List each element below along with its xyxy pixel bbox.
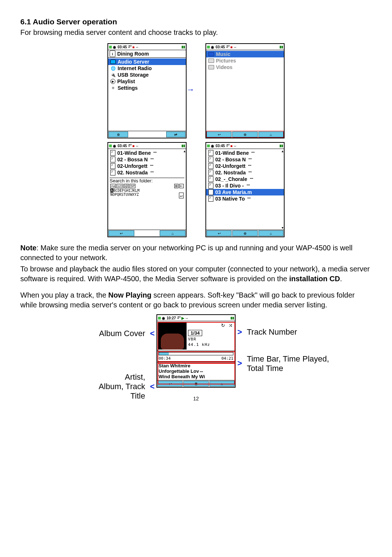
sk-list[interactable]: ≣ — [183, 381, 208, 387]
globe-icon: 🌐 — [110, 66, 116, 71]
status-bar: ▥ ◉ 03:45 zᶻ ■ ↔ ▮▮ — [108, 44, 186, 50]
track-item[interactable]: 02_-_Chorale — [206, 176, 284, 182]
screen-main-menu: ▥ ◉ 03:45 zᶻ ■ ↔ ▮▮ i Dining Room Audio … — [107, 43, 187, 138]
title-label: Dining Room — [117, 51, 149, 57]
folder-videos[interactable]: Videos — [206, 64, 284, 70]
arrow-icon: < — [150, 329, 155, 338]
menu-item-audio-server[interactable]: Audio Server — [108, 58, 186, 65]
sk-plus[interactable]: ⊕ — [232, 132, 257, 137]
sk-back[interactable]: ↩ — [158, 381, 183, 387]
menu-item-settings[interactable]: ✶Settings — [108, 85, 186, 91]
sk-left[interactable]: ⊕ — [109, 132, 128, 137]
kb-row-1[interactable]: BCDEFGHIJKLM — [113, 189, 184, 193]
scroll-down-icon[interactable]: ▾ — [282, 226, 283, 230]
sk-home[interactable]: ⌂ — [209, 381, 234, 387]
track-item[interactable]: 03 Native To — [206, 195, 284, 202]
battery-icon: ▥ — [158, 316, 161, 320]
track-item[interactable]: 02. Nostrada — [206, 169, 284, 176]
kb-back[interactable]: ⇤ — [179, 184, 184, 188]
page-number: 12 — [20, 396, 372, 401]
sk-plus[interactable]: ⊕ — [232, 230, 257, 236]
np-title: Wind Beneath My Wi — [159, 374, 233, 379]
track-item[interactable]: 02 - Bossa N — [206, 156, 284, 163]
sk-home[interactable]: ⌂ — [258, 230, 283, 236]
menu-item-playlist[interactable]: ▶Playlist — [108, 78, 186, 85]
callout-album-cover: Album Cover — [99, 329, 145, 338]
sk-back[interactable]: ↩ — [207, 132, 232, 137]
track-item[interactable]: 01-Wind Bene — [206, 150, 284, 156]
softkey-bar: ↩ ⌂ — [108, 230, 186, 237]
folder-pictures[interactable]: Pictures — [206, 57, 284, 64]
track-icon — [208, 170, 213, 175]
track-item[interactable]: 03 - Il Divo - — [206, 182, 284, 189]
track-item[interactable]: 01-Wind Bene — [108, 150, 186, 156]
track-icon — [208, 150, 213, 156]
track-icon — [110, 157, 115, 162]
status-bar: ▥◉ 10:27 zᶻ ▶ ↔ ▮▮ — [157, 315, 235, 321]
arrow-icon: > — [237, 327, 242, 337]
gear-icon: ✶ — [110, 85, 116, 90]
sleep-icon: zᶻ — [128, 44, 132, 48]
kb-tab[interactable]: @ — [124, 184, 129, 188]
track-item[interactable]: 02-Unforgett — [206, 163, 284, 169]
scroll-up-icon[interactable]: ▴ — [184, 149, 185, 153]
status-time: 03:45 — [216, 45, 225, 49]
track-icon — [208, 196, 213, 202]
time-total: 04:21 — [221, 356, 233, 361]
figure-row-2: ▥◉ 03:45 zᶻ ■ ↔ ▮▮ ▴ 01-Wind Bene 02 - B… — [20, 142, 372, 237]
track-item[interactable]: 02 - Bossa N — [108, 156, 186, 163]
battery-icon: ▥ — [109, 144, 112, 148]
disc-icon: ◉ — [162, 316, 165, 320]
sk-back[interactable]: ↩ — [109, 230, 134, 236]
kb-row-2[interactable]: NOPQRSTUVWXYZ — [110, 193, 179, 198]
menu-item-internet-radio[interactable]: 🌐Internet Radio — [108, 65, 186, 72]
stop-icon: ■ — [230, 144, 233, 148]
note-text-1: : Make sure the media server on your net… — [20, 244, 352, 262]
now-playing-figure: ▥◉ 10:27 zᶻ ▶ ↔ ▮▮ ↻ ⤮ 1/34 VBR 44.1 kHz… — [20, 314, 372, 388]
browse-paragraph: To browse and playback the audio files s… — [20, 264, 372, 284]
track-icon — [208, 183, 213, 189]
menu-item-usb[interactable]: 🔌USB Storage — [108, 72, 186, 78]
note-paragraph: Note: Make sure the media server on your… — [20, 243, 372, 263]
status-time: 03:45 — [118, 45, 127, 49]
arrow-icon: > — [237, 359, 242, 368]
sync-icon: ↔ — [135, 45, 139, 49]
folder-music[interactable]: Music — [206, 51, 284, 57]
sync-icon: ↔ — [233, 45, 237, 49]
sk-home[interactable]: ⌂ — [160, 230, 185, 236]
screen-title: i Dining Room — [108, 50, 186, 58]
intro-text: For browsing media server content and ch… — [20, 28, 372, 37]
signal-icon: ▮▮ — [230, 316, 234, 320]
kb-key-sel[interactable]: A — [110, 189, 113, 193]
folder-icon — [208, 58, 214, 63]
softkey-bar: ↩ ⊕ ⌂ — [206, 131, 284, 138]
kb-tab[interactable]: 123 — [117, 184, 123, 188]
track-item[interactable]: 02-Unforgett — [108, 163, 186, 169]
progress-bar[interactable] — [159, 352, 233, 355]
play-state-icon: ▶ — [181, 316, 184, 320]
battery-icon: ▥ — [207, 45, 210, 49]
time-played: 00:34 — [159, 356, 171, 361]
track-icon — [208, 189, 213, 195]
kb-tab[interactable]: SP — [130, 184, 135, 188]
track-item-selected[interactable]: 03 Ave Maria.m — [206, 189, 284, 195]
screen-now-playing: ▥◉ 10:27 zᶻ ▶ ↔ ▮▮ ↻ ⤮ 1/34 VBR 44.1 kHz… — [156, 314, 236, 388]
sleep-icon: zᶻ — [226, 44, 230, 48]
kb-tab[interactable]: Aa — [110, 184, 116, 188]
track-item[interactable]: 02. Nostrada — [108, 169, 186, 176]
track-number: 1/34 — [188, 330, 202, 336]
sk-back[interactable]: ↩ — [207, 230, 232, 236]
folder-icon — [208, 65, 214, 69]
softkey-bar: ⊕ ⇄ — [108, 131, 186, 138]
sk-right[interactable]: ⇄ — [166, 132, 186, 137]
arrow-icon: < — [150, 382, 155, 391]
flow-arrow-icon: → — [187, 85, 195, 94]
stop-icon: ■ — [132, 144, 135, 148]
kb-enter[interactable]: ↵ — [179, 193, 184, 198]
status-bar: ▥◉ 03:45 zᶻ ■ ↔ ▮▮ — [206, 143, 284, 149]
now-playing-paragraph: When you play a track, the Now Playing s… — [20, 290, 372, 310]
scroll-up-icon[interactable]: ▴ — [282, 149, 283, 153]
callout-time-block: Time Bar, Time Played, Total Time — [247, 354, 329, 373]
sk-home[interactable]: ⌂ — [258, 132, 283, 137]
kb-del[interactable]: ⊠ — [174, 184, 179, 188]
